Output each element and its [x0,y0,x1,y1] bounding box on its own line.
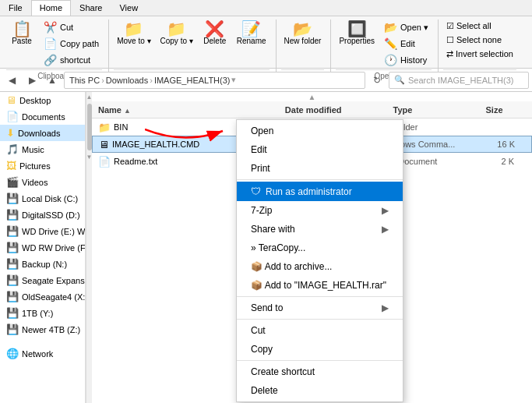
sidebar-item-pictures[interactable]: 🖼 Pictures [0,157,85,174]
tab-share[interactable]: Share [71,0,111,16]
ctx-send-to-arrow: ▶ [382,302,389,313]
move-to-icon: 📁 [124,21,143,37]
move-to-button[interactable]: 📁 Move to ▾ [114,19,153,47]
col-name-header[interactable]: Name ▲ [92,105,285,115]
ctx-copy[interactable]: Copy [237,340,403,359]
context-menu: Open Edit Print 🛡Run as administrator 7-… [236,119,403,402]
up-button[interactable]: ▲ [44,72,61,89]
new-folder-button[interactable]: 📂 New folder [281,19,325,47]
newer-4tb-z-icon: 💾 [6,323,19,335]
tab-file[interactable]: File [0,0,31,16]
sidebar-item-documents[interactable]: 📄 Documents [0,108,85,125]
new-folder-icon: 📂 [293,21,312,37]
ctx-delete-label: Delete [251,385,278,396]
sidebar-item-digital-ssd-d[interactable]: 💾 DigitalSSD (D:) [0,207,85,223]
ctx-share-with-label: Share with [251,224,295,235]
sidebar-item-local-disk-c[interactable]: 💾 Local Disk (C:) [0,190,85,207]
open-button[interactable]: 📂 Open ▾ [381,19,432,35]
open-label: Open ▾ [400,23,428,33]
select-all-label: ☑ Select all [446,21,491,31]
sidebar-item-newer-4tb-z[interactable]: 💾 Newer 4TB (Z:) [0,321,85,338]
music-icon: 🎵 [6,143,19,155]
sidebar-scrollbar[interactable]: ▲ ▼ [86,92,92,403]
ctx-print-label: Print [251,163,270,174]
ctx-run-as-admin[interactable]: 🛡Run as administrator [237,182,403,201]
sidebar-item-videos[interactable]: 🎬 Videos [0,174,85,190]
sidebar-item-music[interactable]: 🎵 Music [0,141,85,157]
move-to-label: Move to ▾ [117,37,150,45]
rename-button[interactable]: 📝 Rename [234,19,270,47]
copy-to-icon: 📁 [167,21,186,37]
history-button[interactable]: 🕐 History [381,52,432,68]
sidebar-item-backup-n[interactable]: 💾 Backup (N:) [0,256,85,272]
edit-icon: ✏️ [384,37,397,50]
ctx-cut[interactable]: Cut [237,321,403,340]
sidebar-item-1tb-y[interactable]: 💾 1TB (Y:) [0,305,85,321]
ctx-7zip[interactable]: 7-Zip ▶ [237,201,403,220]
back-button[interactable]: ◀ [3,72,20,89]
refresh-button[interactable]: ↻ [368,72,386,89]
rename-icon: 📝 [241,21,261,37]
ctx-add-to-rar[interactable]: 📦 Add to "IMAGE_HEALTH.rar" [237,276,403,295]
copy-to-button[interactable]: 📁 Copy to ▾ [157,19,196,47]
sidebar-item-wd-drive-e[interactable]: 💾 WD Drive (E:) WD S [0,223,85,239]
old-seagate4-icon: 💾 [6,291,19,302]
wd-drive-e-icon: 💾 [6,225,19,237]
desktop-icon: 🖥 [6,94,16,106]
sidebar-item-seagate[interactable]: 💾 Seagate Expansion [0,272,85,288]
breadcrumb-image-health[interactable]: IMAGE_HEALTH(3) [154,76,231,85]
breadcrumb[interactable]: This PC › Downloads › IMAGE_HEALTH(3) ▾ [64,72,365,89]
downloads-icon: ⬇ [6,127,15,139]
sidebar-item-downloads[interactable]: ⬇ Downloads [0,125,85,141]
col-type-header[interactable]: Type [393,105,486,115]
copy-to-label: Copy to ▾ [160,37,193,45]
forward-button[interactable]: ▶ [23,72,41,89]
ctx-send-to-label: Send to [251,302,283,313]
paste-shortcut-button[interactable]: 🔗 shortcut [41,52,102,68]
ctx-7zip-arrow: ▶ [382,205,389,216]
ctx-add-to-archive[interactable]: 📦 Add to archive... [237,257,403,276]
ctx-open[interactable]: Open [237,122,403,140]
select-all-button[interactable]: ☑ Select all [443,19,516,33]
tab-home[interactable]: Home [31,0,71,16]
ctx-divider-2 [237,296,403,297]
ctx-delete[interactable]: Delete [237,381,403,400]
tab-view[interactable]: View [111,0,146,16]
copy-path-label: Copy path [60,39,99,48]
invert-selection-button[interactable]: ⇄ Invert selection [443,48,516,61]
sidebar-item-network[interactable]: 🌐 Network [0,345,85,362]
breadcrumb-this-pc[interactable]: This PC [69,76,100,85]
cut-button[interactable]: ✂️ Cut [41,19,102,35]
ctx-share-with-arrow: ▶ [382,224,389,235]
sidebar-item-wdvr-drive-f[interactable]: 💾 WD RW Drive (F:) [0,239,85,256]
sort-arrow-up: ▲ [308,93,316,101]
sidebar-item-old-seagate4[interactable]: 💾 OldSeagate4 (X:) [0,288,85,305]
ctx-edit-label: Edit [251,144,267,155]
paste-label: Paste [12,37,32,45]
ctx-7zip-label: 7-Zip [251,205,272,216]
open-icon: 📂 [384,21,397,34]
ctx-print[interactable]: Print [237,159,403,178]
history-icon: 🕐 [384,54,397,66]
copy-path-button[interactable]: 📄 Copy path [41,36,102,51]
ctx-share-with[interactable]: Share with ▶ [237,220,403,239]
ctx-create-shortcut[interactable]: Create shortcut [237,362,403,381]
paste-shortcut-icon: 🔗 [44,54,57,66]
select-none-button[interactable]: ☐ Select none [443,34,516,47]
ctx-teracopy[interactable]: » TeraCopy... [237,239,403,257]
scroll-thumb[interactable] [87,104,92,150]
cut-label: Cut [60,23,73,32]
local-disk-c-icon: 💾 [6,193,19,204]
paste-button[interactable]: 📋 Paste [6,19,37,47]
sidebar-item-desktop[interactable]: 🖥 Desktop [0,92,85,108]
ctx-edit[interactable]: Edit [237,140,403,159]
ctx-send-to[interactable]: Send to ▶ [237,299,403,317]
edit-button[interactable]: ✏️ Edit [381,36,432,51]
col-date-header[interactable]: Date modified [285,105,393,115]
breadcrumb-downloads[interactable]: Downloads [106,76,148,85]
delete-button[interactable]: ❌ Delete [199,19,231,47]
properties-button[interactable]: 🔲 Properties [336,19,378,47]
col-size-header[interactable]: Size [486,105,532,115]
search-box[interactable]: 🔍 Search IMAGE_HEALTH(3) [389,72,529,89]
properties-label: Properties [339,37,375,45]
